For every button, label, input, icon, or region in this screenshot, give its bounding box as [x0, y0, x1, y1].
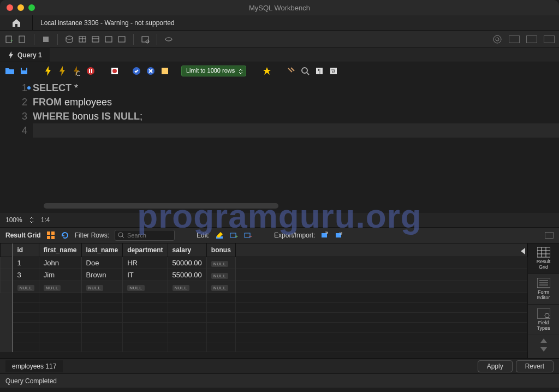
svg-rect-36	[51, 236, 55, 239]
svg-rect-18	[22, 68, 26, 70]
horizontal-scrollbar[interactable]	[44, 203, 278, 209]
zoom-bar: 100% 1:4	[0, 213, 559, 227]
apply-button[interactable]: Apply	[478, 360, 513, 372]
svg-point-20	[87, 67, 94, 75]
svg-rect-22	[91, 69, 92, 73]
refresh-icon[interactable]	[61, 231, 69, 240]
svg-rect-10	[105, 37, 112, 42]
revert-button[interactable]: Revert	[516, 360, 554, 372]
bolt-icon	[8, 51, 14, 59]
delete-row-icon[interactable]: −	[243, 231, 252, 240]
explain-icon[interactable]	[71, 66, 82, 76]
traffic-lights	[0, 4, 35, 11]
scroll-up-icon[interactable]	[540, 338, 547, 343]
col-header-first-name[interactable]: first_name	[39, 243, 81, 257]
result-table[interactable]: id first_name last_name department salar…	[0, 243, 527, 352]
col-header-id[interactable]: id	[13, 243, 39, 257]
result-grid-label: Result Grid	[5, 231, 41, 239]
wrap-cell-content-icon[interactable]	[545, 232, 554, 239]
svg-point-19	[76, 72, 80, 76]
side-field-types-label: Field Types	[537, 320, 550, 331]
table-null-row[interactable]: NULLNULLNULLNULLNULLNULL	[1, 281, 527, 293]
toggle-limit-icon[interactable]	[159, 66, 170, 76]
scroll-down-icon[interactable]	[540, 347, 547, 352]
reconnect-icon[interactable]	[164, 34, 174, 44]
col-header-bonus[interactable]: bonus	[206, 243, 235, 257]
filter-rows-label: Filter Rows:	[75, 231, 109, 239]
panel-toggle-1[interactable]	[509, 35, 520, 43]
open-file-icon[interactable]	[4, 66, 15, 76]
side-field-types[interactable]: Field Types	[528, 305, 559, 335]
chevron-updown-icon	[238, 69, 243, 74]
execute-current-icon[interactable]	[57, 66, 68, 76]
query-tab[interactable]: Query 1	[0, 48, 50, 62]
svg-rect-2	[19, 36, 25, 43]
zoom-percent: 100%	[5, 216, 22, 224]
bottom-tabbar: employees 117 Apply Revert	[0, 358, 559, 373]
commit-icon[interactable]	[131, 66, 142, 76]
search-table-data-icon[interactable]	[140, 34, 150, 44]
col-header-department[interactable]: department	[123, 243, 168, 257]
main-toolbar: +	[0, 31, 559, 48]
col-header-salary[interactable]: salary	[168, 243, 206, 257]
zoom-stepper-icon[interactable]	[29, 216, 34, 224]
svg-rect-32	[330, 68, 337, 74]
svg-point-28	[302, 68, 307, 73]
svg-rect-55	[537, 308, 550, 318]
import-icon[interactable]	[335, 231, 343, 240]
create-table-icon[interactable]	[78, 34, 87, 44]
close-window-button[interactable]	[7, 4, 13, 11]
create-function-icon[interactable]	[117, 34, 127, 44]
favorite-icon[interactable]	[261, 66, 272, 76]
side-result-grid-label: Result Grid	[537, 259, 551, 270]
query-tabbar: Query 1	[0, 48, 559, 62]
panel-collapse-icon[interactable]	[521, 248, 525, 254]
table-row[interactable]: 3JimBrown IT55000.00 NULL	[1, 269, 527, 281]
row-marker-header	[1, 243, 13, 257]
col-header-last-name[interactable]: last_name	[81, 243, 123, 257]
add-row-icon[interactable]: +	[229, 231, 238, 240]
result-tab[interactable]: employees 117	[5, 360, 63, 372]
grid-view-icon[interactable]	[46, 231, 55, 240]
settings-icon[interactable]	[492, 34, 502, 44]
maximize-window-button[interactable]	[28, 4, 35, 11]
export-icon[interactable]	[320, 231, 329, 240]
side-form-editor[interactable]: Form Editor	[528, 274, 559, 305]
result-toolbar: Result Grid Filter Rows: Edit: + − Expor…	[0, 227, 559, 243]
word-wrap-icon[interactable]	[328, 66, 339, 76]
new-sql-tab-icon[interactable]: +	[4, 34, 14, 44]
connection-tab[interactable]: Local instance 3306 - Warning - not supp…	[33, 15, 182, 30]
line-number-gutter: 1 2 3 4	[0, 80, 33, 213]
edit-row-icon[interactable]	[215, 231, 224, 240]
svg-rect-12	[142, 37, 148, 42]
panel-toggle-3[interactable]	[544, 35, 555, 43]
svg-rect-11	[118, 37, 125, 42]
code-area[interactable]: SELECT * FROM employees WHERE bonus IS N…	[33, 80, 559, 213]
table-row[interactable]: 1JohnDoe HR50000.00 NULL	[1, 257, 527, 269]
svg-rect-21	[89, 69, 90, 73]
result-grid[interactable]: id first_name last_name department salar…	[0, 243, 527, 358]
export-import-label: Export/Import:	[274, 231, 315, 239]
beautify-icon[interactable]	[286, 66, 296, 76]
stop-icon[interactable]	[85, 66, 96, 76]
home-icon	[11, 19, 21, 27]
toggle-autocommit-icon[interactable]	[109, 66, 120, 76]
panel-toggle-2[interactable]	[526, 35, 537, 43]
sql-editor[interactable]: 1 2 3 4 SELECT * FROM employees WHERE bo…	[0, 80, 559, 213]
create-view-icon[interactable]	[91, 34, 100, 44]
limit-rows-select[interactable]: Limit to 1000 rows	[181, 66, 246, 76]
svg-text:+: +	[10, 38, 13, 44]
execute-icon[interactable]	[43, 66, 53, 76]
rollback-icon[interactable]	[145, 66, 156, 76]
minimize-window-button[interactable]	[17, 4, 24, 11]
svg-rect-35	[47, 236, 50, 239]
side-result-grid[interactable]: Result Grid	[528, 243, 559, 274]
invisible-chars-icon[interactable]: ¶	[314, 66, 325, 76]
create-schema-icon[interactable]	[64, 34, 74, 44]
open-sql-file-icon[interactable]	[17, 34, 27, 44]
save-file-icon[interactable]	[19, 66, 29, 76]
create-procedure-icon[interactable]	[104, 34, 114, 44]
inspector-icon[interactable]	[41, 34, 51, 44]
find-icon[interactable]	[300, 66, 311, 76]
home-tab[interactable]	[0, 15, 33, 30]
